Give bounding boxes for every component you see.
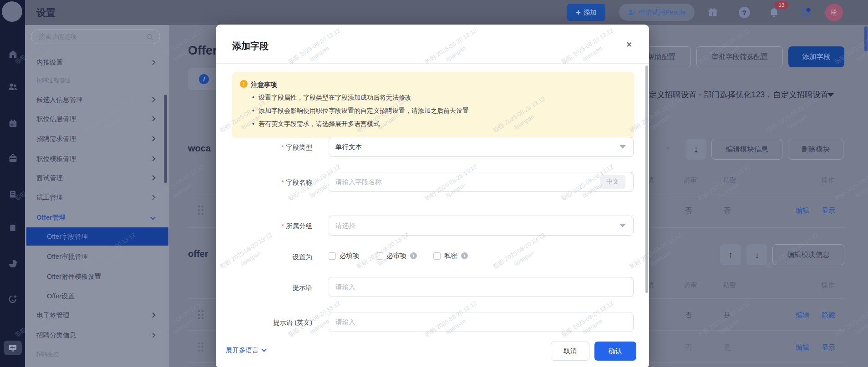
close-icon[interactable]: ✕ <box>623 38 635 51</box>
sidebar-item-candidate-info[interactable]: 候选人信息管理 <box>25 90 169 109</box>
sidebar-scrollbar[interactable] <box>164 95 167 183</box>
topbar: 设置 + 添加 申请试用People ? <box>25 0 868 25</box>
candidates-users-icon[interactable] <box>8 82 18 92</box>
modal-scrollbar[interactable] <box>645 65 648 293</box>
org-avatar[interactable] <box>2 1 22 22</box>
chevron-right-icon <box>150 312 155 317</box>
move-up-button[interactable]: ↑ <box>720 244 741 265</box>
receipt-icon[interactable] <box>8 223 18 233</box>
ecosystem-monitor-icon[interactable] <box>4 341 22 355</box>
cancel-button[interactable]: 取消 <box>551 342 589 361</box>
expand-multilang-link[interactable]: 展开多语言 <box>226 346 266 355</box>
review-checkbox[interactable]: 必审项 i <box>376 251 417 260</box>
sidebar-item-position-info[interactable]: 职位信息管理 <box>25 110 169 128</box>
drag-handle[interactable] <box>198 206 204 215</box>
sidebar-section-recruit-process: 招聘过程管理 <box>36 77 71 85</box>
user-avatar[interactable]: 盼 <box>825 4 843 21</box>
edit-link[interactable]: 编辑 <box>796 311 809 320</box>
sidebar-item-offer-field-mgmt[interactable]: Offer字段管理 <box>25 227 169 246</box>
confirm-button[interactable]: 确认 <box>594 342 636 361</box>
required-checkbox[interactable]: 必填项 <box>329 251 360 260</box>
notification-badge: 13 <box>775 1 788 9</box>
sidebar-item-recruit-category[interactable]: 招聘分类信息 <box>25 326 169 344</box>
notice-item: 添加字段会影响使用职位字段设置的自定义招聘设置，请添加之后前去设置 <box>252 107 469 115</box>
sidebar-item-interview-mgmt[interactable]: 面试管理 <box>25 169 169 187</box>
hint-input[interactable] <box>329 277 634 297</box>
page-scrollbar[interactable] <box>864 26 868 51</box>
edit-module-button[interactable]: 编辑模块信息 <box>711 139 782 160</box>
drag-handle[interactable] <box>198 342 204 352</box>
checkbox-icon <box>433 252 441 260</box>
pie-chart-icon[interactable] <box>8 259 18 269</box>
document-icon[interactable] <box>8 189 18 199</box>
sidebar-item-referral-settings[interactable]: 内推设置 <box>25 53 169 71</box>
modal-divider <box>216 63 649 64</box>
chevron-right-icon <box>150 332 155 337</box>
chevron-down-icon <box>150 215 155 220</box>
add-field-button[interactable]: 添加字段 <box>788 46 844 67</box>
lang-tag: 中文 <box>600 175 625 189</box>
sidebar-item-offer-approval-mgmt[interactable]: Offer审批管理 <box>25 247 169 266</box>
briefcase-icon[interactable] <box>8 153 18 163</box>
hint-label: 提示语 <box>293 284 313 291</box>
field-type-select[interactable]: 单行文本 <box>329 137 634 157</box>
field-name-label: 字段名称 <box>281 179 312 186</box>
edit-link[interactable]: 编辑 <box>796 206 809 215</box>
trial-people-button[interactable]: 申请试用People <box>619 4 695 21</box>
hide-link[interactable]: 隐藏 <box>822 311 835 320</box>
select-caret-icon <box>619 224 626 227</box>
move-down-button[interactable]: ↓ <box>685 139 706 160</box>
warning-icon: ! <box>240 80 248 88</box>
approve-filter-config-button[interactable]: 审批字段筛选配置 <box>696 46 783 67</box>
show-link[interactable]: 显示 <box>822 343 835 352</box>
sidebar-item-esign-mgmt[interactable]: 电子签管理 <box>25 306 169 324</box>
field-name-input[interactable] <box>329 172 634 192</box>
chevron-right-icon <box>150 116 155 121</box>
hint-en-label: 提示语 (英文) <box>273 319 312 326</box>
edit-link[interactable]: 编辑 <box>796 343 809 352</box>
hint-en-input[interactable] <box>329 312 634 332</box>
sidebar-section-recruit-ecosystem: 招聘生态 <box>36 351 59 358</box>
chevron-right-icon <box>150 136 155 141</box>
info-icon: i <box>410 252 417 259</box>
sidebar-item-recruit-demand[interactable]: 招聘需求管理 <box>25 130 169 148</box>
sidebar-item-offer-settings[interactable]: Offer设置 <box>25 287 169 305</box>
scheme-select[interactable]: 自定义招聘设置 - 部门选择优化123，自定义招聘设置 <box>641 89 828 100</box>
chevron-right-icon <box>150 97 155 102</box>
private-checkbox[interactable]: 私密 i <box>433 251 468 260</box>
sidebar-item-offer-attachment-template[interactable]: Offer附件模板设置 <box>25 267 169 286</box>
delete-module-button[interactable]: 删除模块 <box>788 139 843 160</box>
move-down-button[interactable]: ↓ <box>746 244 767 265</box>
set-as-label: 设置为 <box>293 253 313 261</box>
field-group-select[interactable]: 请选择 <box>329 216 634 236</box>
cell-review: 否 <box>685 343 692 352</box>
plus-icon: + <box>576 8 581 16</box>
edit-module-button[interactable]: 编辑模块信息 <box>772 244 844 265</box>
info-icon: i <box>199 74 209 84</box>
sidebar-item-trial-mgmt[interactable]: 试工管理 <box>25 188 169 206</box>
module-title: offer <box>188 249 208 259</box>
calendar-icon[interactable] <box>8 118 18 128</box>
add-button[interactable]: + 添加 <box>567 4 605 21</box>
sidebar-item-position-template[interactable]: 职位模板管理 <box>25 150 169 168</box>
help-icon[interactable]: ? <box>738 6 750 18</box>
chevron-right-icon <box>150 156 155 161</box>
drag-handle[interactable] <box>198 310 204 319</box>
checkbox-icon <box>376 252 383 260</box>
compass-icon[interactable] <box>8 294 18 304</box>
cell-review: 否 <box>685 206 692 215</box>
checkbox-icon <box>329 252 336 260</box>
select-caret-icon <box>619 145 626 149</box>
home-icon[interactable] <box>8 49 18 59</box>
col-header-review: 必审 <box>684 281 697 290</box>
col-header-private: 私密 <box>723 176 736 185</box>
field-type-label: 字段类型 <box>281 144 312 151</box>
add-button-label: 添加 <box>584 8 597 17</box>
search-placeholder: 搜索功能选项 <box>39 33 146 41</box>
apps-grid-icon[interactable] <box>800 6 812 18</box>
gift-icon[interactable] <box>707 6 719 18</box>
nav-rail <box>0 0 25 367</box>
sidebar-item-offer-mgmt[interactable]: Offer管理 <box>25 208 169 226</box>
sidebar-search-input[interactable]: 搜索功能选项 <box>31 29 160 44</box>
show-link[interactable]: 显示 <box>822 206 835 215</box>
